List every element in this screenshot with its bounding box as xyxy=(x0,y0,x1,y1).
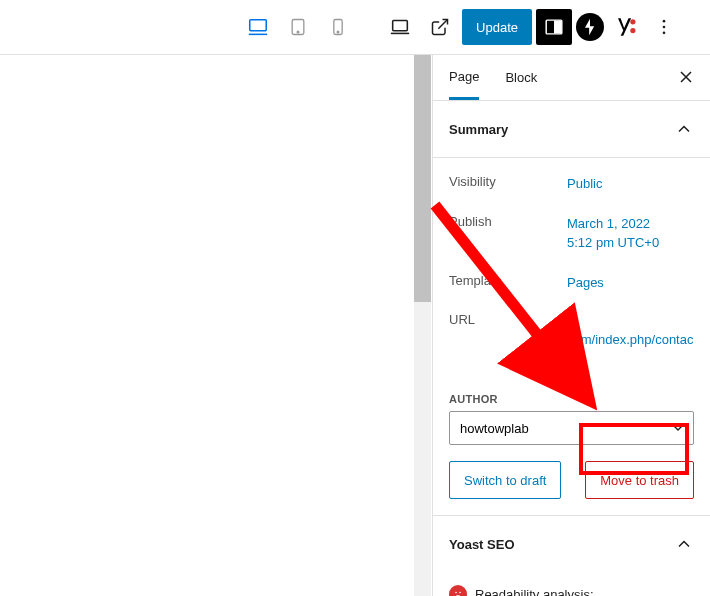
svg-point-2 xyxy=(297,31,299,33)
svg-point-14 xyxy=(459,592,461,594)
tab-block[interactable]: Block xyxy=(505,57,537,98)
chevron-up-icon xyxy=(674,119,694,139)
yoast-panel-header[interactable]: Yoast SEO xyxy=(433,516,710,572)
svg-rect-5 xyxy=(393,21,408,31)
tablet-preview-icon[interactable] xyxy=(280,9,316,45)
switch-to-draft-button[interactable]: Switch to draft xyxy=(449,461,561,499)
template-value[interactable]: Pages xyxy=(567,273,694,293)
desktop-preview-icon[interactable] xyxy=(240,9,276,45)
sad-face-icon xyxy=(449,585,467,596)
svg-point-8 xyxy=(630,19,635,24)
svg-point-13 xyxy=(455,592,457,594)
author-label: AUTHOR xyxy=(449,393,694,405)
svg-point-12 xyxy=(663,32,666,35)
laptop-preview-icon[interactable] xyxy=(382,9,418,45)
url-value[interactable]: com/index.php/contacts/ xyxy=(567,330,694,369)
svg-point-11 xyxy=(663,26,666,29)
url-row: URL com/index.php/contacts/ xyxy=(449,302,694,379)
template-label: Template xyxy=(449,273,567,288)
publish-row: Publish March 1, 2022 5:12 pm UTC+0 xyxy=(449,204,694,263)
chevron-up-icon xyxy=(674,534,694,554)
jetpack-icon[interactable] xyxy=(576,13,604,41)
top-toolbar: Update xyxy=(0,0,710,55)
sidebar-tabs: Page Block xyxy=(433,55,710,101)
author-select-wrap xyxy=(449,411,694,445)
publish-time: 5:12 pm UTC+0 xyxy=(567,235,659,250)
summary-panel-body: Visibility Public Publish March 1, 2022 … xyxy=(433,158,710,516)
svg-point-4 xyxy=(337,31,339,33)
template-row: Template Pages xyxy=(449,263,694,303)
editor-frame: Update Page Block Summary xyxy=(0,0,710,596)
external-link-icon[interactable] xyxy=(422,9,458,45)
publish-label: Publish xyxy=(449,214,567,229)
publish-date: March 1, 2022 xyxy=(567,216,650,231)
svg-point-10 xyxy=(663,20,666,23)
visibility-label: Visibility xyxy=(449,174,567,189)
visibility-row: Visibility Public xyxy=(449,164,694,204)
content-scrollbar[interactable] xyxy=(414,55,431,596)
close-sidebar-icon[interactable] xyxy=(676,67,696,87)
summary-panel-header[interactable]: Summary xyxy=(433,101,710,158)
svg-rect-7 xyxy=(554,21,561,34)
summary-actions: Switch to draft Move to trash xyxy=(449,461,694,499)
visibility-value[interactable]: Public xyxy=(567,174,694,194)
settings-sidebar: Page Block Summary Visibility Public Pub… xyxy=(432,55,710,596)
summary-title: Summary xyxy=(449,122,508,137)
url-label: URL xyxy=(449,312,567,327)
tab-page[interactable]: Page xyxy=(449,56,479,100)
yoast-icon[interactable] xyxy=(608,10,642,44)
more-options-icon[interactable] xyxy=(646,9,682,45)
publish-value[interactable]: March 1, 2022 5:12 pm UTC+0 xyxy=(567,214,694,253)
move-to-trash-button[interactable]: Move to trash xyxy=(585,461,694,499)
yoast-title: Yoast SEO xyxy=(449,537,515,552)
update-button[interactable]: Update xyxy=(462,9,532,45)
settings-panel-toggle-icon[interactable] xyxy=(536,9,572,45)
author-select[interactable] xyxy=(449,411,694,445)
mobile-preview-icon[interactable] xyxy=(320,9,356,45)
svg-point-9 xyxy=(630,28,635,33)
svg-rect-0 xyxy=(250,20,267,31)
readability-label: Readability analysis: xyxy=(475,587,594,597)
yoast-panel-body: Readability analysis: SEO analysis: Need… xyxy=(433,572,710,596)
readability-row[interactable]: Readability analysis: xyxy=(449,580,694,596)
scrollbar-thumb[interactable] xyxy=(414,55,431,302)
